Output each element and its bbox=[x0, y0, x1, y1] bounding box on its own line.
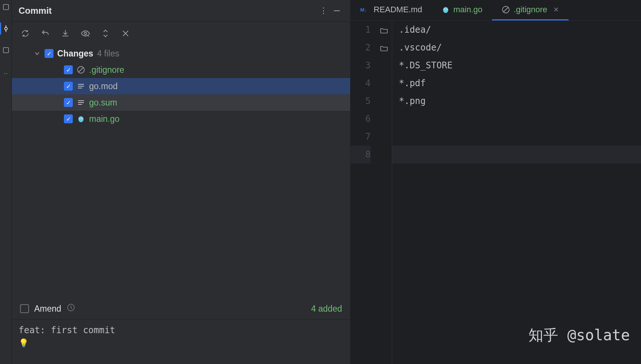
intention-bulb-icon[interactable]: 💡 bbox=[19, 338, 344, 348]
svg-point-1 bbox=[4, 27, 7, 30]
markdown-icon: M↓ bbox=[360, 6, 370, 13]
svg-point-22 bbox=[443, 7, 448, 13]
close-tab-icon[interactable]: ✕ bbox=[553, 6, 559, 14]
commit-title: Commit bbox=[19, 6, 317, 16]
strip-item-commit[interactable] bbox=[3, 25, 9, 32]
minimize-icon[interactable] bbox=[330, 4, 344, 17]
ignore-icon bbox=[77, 65, 85, 74]
rollback-icon[interactable] bbox=[40, 28, 51, 39]
fold-gutter bbox=[376, 21, 392, 364]
svg-line-8 bbox=[79, 68, 83, 72]
line-number: 5 bbox=[351, 92, 371, 110]
folder-gutter-icon[interactable] bbox=[380, 39, 388, 56]
tab-label: main.go bbox=[453, 5, 482, 14]
tab-maingo[interactable]: main.go bbox=[432, 0, 492, 20]
file-row-maingo[interactable]: ✓ main.go bbox=[12, 111, 350, 127]
commit-panel: Commit ⋮ ✓ Changes bbox=[12, 0, 351, 364]
line-number: 3 bbox=[351, 56, 371, 74]
added-count: 4 added bbox=[311, 304, 342, 314]
svg-point-19 bbox=[82, 118, 82, 119]
tab-label: .gitignore bbox=[514, 5, 547, 14]
svg-line-28 bbox=[504, 7, 508, 12]
editor-area: M↓ README.md main.go .gitignore ✕ 1 2 3 … bbox=[351, 0, 641, 364]
tool-window-strip: .. bbox=[0, 0, 12, 364]
line-number-gutter: 1 2 3 4 5 6 7 8 bbox=[351, 21, 376, 364]
file-row-gomod[interactable]: ✓ go.mod bbox=[12, 78, 350, 94]
chevron-down-icon[interactable] bbox=[33, 51, 41, 56]
strip-item-top[interactable] bbox=[3, 4, 9, 10]
svg-point-6 bbox=[84, 32, 87, 35]
editor-body[interactable]: 1 2 3 4 5 6 7 8 .idea/ .vscode/ bbox=[351, 21, 641, 364]
line-number: 1 bbox=[351, 21, 371, 39]
svg-point-26 bbox=[446, 9, 447, 10]
file-row-gitignore[interactable]: ✓ .gitignore bbox=[12, 62, 350, 78]
file-count: 4 files bbox=[97, 49, 119, 59]
watermark: 知乎 @solate bbox=[528, 325, 630, 345]
commit-message-text: feat: first commit bbox=[19, 325, 344, 335]
line-number: 6 bbox=[351, 110, 371, 128]
file-name: .gitignore bbox=[89, 65, 124, 75]
line-number: 8 bbox=[351, 146, 371, 163]
amend-label: Amend bbox=[34, 304, 61, 314]
preview-icon[interactable] bbox=[80, 28, 91, 39]
editor-tabs: M↓ README.md main.go .gitignore ✕ bbox=[351, 0, 641, 21]
more-options-icon[interactable]: ⋮ bbox=[317, 4, 330, 17]
history-icon[interactable] bbox=[66, 303, 75, 314]
file-checkbox[interactable]: ✓ bbox=[64, 114, 73, 123]
ignore-icon bbox=[502, 6, 510, 14]
expand-collapse-icon[interactable] bbox=[100, 28, 111, 39]
code-line: .vscode/ bbox=[399, 39, 641, 56]
tab-readme[interactable]: M↓ README.md bbox=[351, 0, 432, 20]
line-number: 4 bbox=[351, 74, 371, 92]
tab-label: README.md bbox=[374, 5, 422, 14]
svg-rect-0 bbox=[3, 4, 9, 10]
file-row-gosum[interactable]: ✓ go.sum bbox=[12, 94, 350, 111]
code-line: *.DS_STORE bbox=[399, 56, 641, 74]
changes-checkbox[interactable]: ✓ bbox=[45, 49, 53, 58]
file-checkbox[interactable]: ✓ bbox=[64, 98, 73, 107]
shelve-icon[interactable] bbox=[60, 28, 71, 39]
code-line: *.pdf bbox=[399, 74, 641, 92]
strip-item-3[interactable] bbox=[3, 47, 9, 53]
svg-point-18 bbox=[79, 118, 80, 119]
code-line bbox=[399, 110, 641, 128]
file-checkbox[interactable]: ✓ bbox=[64, 82, 73, 91]
file-checkbox[interactable]: ✓ bbox=[64, 65, 73, 74]
svg-point-15 bbox=[78, 116, 84, 122]
file-name: go.mod bbox=[89, 81, 118, 91]
file-name: main.go bbox=[89, 114, 120, 124]
lines-icon bbox=[77, 98, 85, 107]
code-line: *.png bbox=[399, 92, 641, 110]
code-line bbox=[399, 128, 641, 146]
code-line: .idea/ bbox=[399, 21, 641, 39]
file-name: go.sum bbox=[89, 98, 117, 108]
folder-gutter-icon[interactable] bbox=[380, 21, 388, 39]
changes-group-row[interactable]: ✓ Changes 4 files bbox=[12, 45, 350, 62]
code-content[interactable]: .idea/ .vscode/ *.DS_STORE *.pdf *.png bbox=[392, 21, 641, 364]
svg-point-25 bbox=[444, 9, 445, 10]
commit-message-input[interactable]: feat: first commit 💡 bbox=[12, 319, 350, 364]
group-by-icon[interactable] bbox=[120, 28, 131, 39]
refresh-icon[interactable] bbox=[20, 28, 30, 39]
amend-checkbox[interactable] bbox=[20, 304, 29, 313]
code-line bbox=[392, 146, 641, 163]
amend-bar: Amend 4 added bbox=[12, 298, 350, 319]
strip-item-more[interactable]: .. bbox=[3, 68, 9, 75]
lines-icon bbox=[77, 82, 85, 91]
gopher-icon bbox=[442, 6, 450, 14]
changes-label: Changes bbox=[57, 49, 93, 59]
commit-toolbar bbox=[12, 22, 350, 44]
commit-header: Commit ⋮ bbox=[12, 0, 350, 22]
line-number: 2 bbox=[351, 39, 371, 56]
gopher-icon bbox=[77, 114, 85, 123]
line-number: 7 bbox=[351, 128, 371, 146]
changes-tree[interactable]: ✓ Changes 4 files ✓ .gitignore ✓ go.mod … bbox=[12, 44, 350, 298]
svg-rect-4 bbox=[3, 48, 9, 53]
tab-gitignore[interactable]: .gitignore ✕ bbox=[492, 0, 569, 20]
svg-text:M↓: M↓ bbox=[360, 7, 367, 13]
